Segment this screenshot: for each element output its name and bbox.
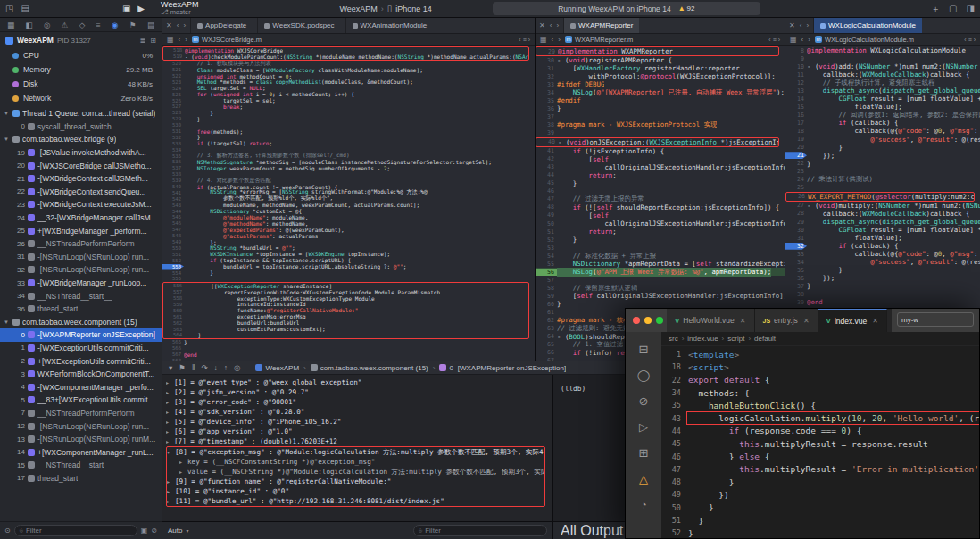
- warning-badge[interactable]: ▲ 92: [678, 4, 695, 12]
- code-editor[interactable]: 518@implementation WXJSCoreBridge519- (v…: [162, 46, 535, 361]
- line-number-gutter[interactable]: 60: [536, 301, 557, 308]
- line-number-gutter[interactable]: 33: [536, 81, 557, 88]
- line-number-gutter[interactable]: 541: [162, 190, 184, 195]
- explorer-icon[interactable]: ⊟: [639, 343, 649, 356]
- line-number-gutter[interactable]: 34: [785, 259, 807, 266]
- plus-icon[interactable]: ＋: [931, 4, 940, 13]
- line-number-gutter[interactable]: 22: [661, 376, 688, 385]
- line-number-gutter[interactable]: 9: [785, 55, 807, 62]
- find-navigator-icon[interactable]: ◎: [44, 21, 50, 29]
- line-number-gutter[interactable]: 49: [536, 211, 557, 219]
- line-number-gutter[interactable]: 23: [785, 168, 807, 175]
- breadcrumb-item[interactable]: script: [727, 335, 744, 343]
- queue-row[interactable]: ▼com.taobao.weex.component (15): [0, 316, 162, 329]
- disclosure-icon[interactable]: ▼: [4, 137, 10, 142]
- line-number-gutter[interactable]: 30: [536, 57, 557, 64]
- line-number-gutter[interactable]: 527: [162, 104, 184, 109]
- line-number-gutter[interactable]: 554: [162, 270, 184, 276]
- disclosure-icon[interactable]: ▸: [166, 379, 174, 386]
- stack-frame-row[interactable]: 19-[JSValue invokeMethod:withA...: [0, 146, 162, 160]
- jump-bar[interactable]: ▦‹›mWXAPMReporter.m‹ ≡ ›: [536, 34, 785, 46]
- close-split-icon[interactable]: ✕: [789, 21, 795, 29]
- jump-bar-file[interactable]: mWXLogicCalculationModule.m: [815, 36, 914, 44]
- back-icon[interactable]: ‹: [177, 21, 179, 29]
- variables-scope-selector[interactable]: Auto: [168, 527, 182, 535]
- stack-frame-row[interactable]: 20-[WXJSCoreBridge callJSMetho...: [0, 159, 162, 172]
- back-icon[interactable]: ‹: [179, 36, 181, 44]
- variable-row[interactable]: ▸[7] = @"timestamp" : (double)1.76203E+1…: [166, 436, 552, 446]
- line-number-gutter[interactable]: 548: [162, 233, 184, 238]
- disclosure-icon[interactable]: ▸: [167, 488, 175, 494]
- line-number-gutter[interactable]: 525: [162, 92, 184, 97]
- pause-icon[interactable]: ‖: [192, 363, 195, 372]
- breakpoints-toggle-icon[interactable]: ⚑: [179, 363, 186, 372]
- variable-row[interactable]: ▸[5] = @"device_info" : @"iPhone_iOS_16.…: [166, 417, 552, 427]
- filter-scope-icon[interactable]: ⊙: [4, 527, 11, 535]
- stack-frame-row[interactable]: 34__NSThread__start__: [0, 289, 162, 303]
- line-number-gutter[interactable]: 53: [536, 245, 557, 252]
- variables-view[interactable]: ▸[1] = @"event_type" : @"weex_global_exc…: [162, 375, 553, 521]
- line-number-gutter[interactable]: 547: [162, 227, 184, 232]
- jump-bar-file[interactable]: mWXJSCoreBridge.m: [192, 36, 262, 44]
- line-number-gutter[interactable]: 555: [162, 276, 184, 281]
- line-number-gutter[interactable]: 524: [162, 86, 184, 91]
- line-number-gutter[interactable]: 28: [785, 210, 807, 217]
- line-number-gutter[interactable]: 561: [163, 314, 185, 319]
- line-number-gutter[interactable]: 544: [162, 209, 184, 214]
- line-number-gutter[interactable]: 29: [785, 219, 807, 226]
- related-items-icon[interactable]: ▦: [167, 36, 174, 44]
- extensions-icon[interactable]: ⊞: [639, 446, 649, 460]
- queue-row[interactable]: ▼com.taobao.weex.bridge (9): [0, 133, 162, 146]
- line-number-gutter[interactable]: 21: [785, 152, 807, 159]
- forward-icon[interactable]: ›: [558, 36, 561, 44]
- line-number-gutter[interactable]: 13: [785, 87, 807, 95]
- line-number-gutter[interactable]: 45: [536, 179, 557, 187]
- stack-frame-row[interactable]: 36thread_start: [0, 303, 162, 316]
- line-number-gutter[interactable]: 63: [536, 325, 557, 332]
- line-number-gutter[interactable]: 545: [162, 214, 184, 220]
- gauge-row[interactable]: Disk48 KB/s: [0, 77, 162, 91]
- disclosure-icon[interactable]: ▸: [166, 419, 174, 425]
- close-tab-icon[interactable]: ✕: [872, 317, 878, 325]
- line-number-gutter[interactable]: 38: [536, 121, 557, 129]
- line-number-gutter[interactable]: 519: [163, 54, 185, 59]
- line-number-gutter[interactable]: 39: [785, 299, 807, 306]
- testing-icon[interactable]: △: [639, 472, 648, 485]
- stack-frame-row[interactable]: 4-[WXComponentManager _perfo...: [0, 380, 162, 394]
- line-number-gutter[interactable]: 65: [536, 341, 557, 348]
- line-number-gutter[interactable]: 14: [785, 95, 807, 103]
- thread-navigator-icon[interactable]: ≡: [96, 21, 101, 29]
- inspector-toggle-icon[interactable]: ◨: [967, 4, 975, 13]
- line-number-gutter[interactable]: 539: [162, 178, 184, 183]
- close-window-icon[interactable]: [633, 317, 640, 324]
- jump-bar[interactable]: ▦‹›mWXJSCoreBridge.m‹ ≡ ›: [162, 34, 535, 46]
- line-number-gutter[interactable]: 22: [785, 160, 807, 167]
- line-number-gutter[interactable]: 30: [785, 227, 807, 234]
- related-items-icon[interactable]: ▦: [790, 36, 797, 44]
- close-tab-icon[interactable]: ✕: [740, 317, 746, 325]
- line-number-gutter[interactable]: 36: [536, 105, 557, 112]
- forward-icon[interactable]: ›: [183, 21, 186, 29]
- step-out-icon[interactable]: ↑: [224, 363, 228, 372]
- apple-menu-icon[interactable]: ◳: [5, 4, 13, 13]
- process-row[interactable]: WeexAPM PID 31327 ≣ ⊞: [0, 32, 162, 48]
- variable-row[interactable]: ▸key = (__NSCFConstantString *)@"excepti…: [167, 457, 544, 467]
- line-number-gutter[interactable]: 550: [162, 245, 184, 251]
- editor-tab[interactable]: WXAnimationModule: [345, 18, 434, 33]
- gauge-row[interactable]: NetworkZero KB/s: [0, 91, 162, 105]
- stack-frame-row[interactable]: 0syscall_thread_switch: [0, 120, 162, 134]
- disclosure-icon[interactable]: ▸: [167, 498, 175, 504]
- back-icon[interactable]: ‹: [800, 21, 802, 29]
- line-number-gutter[interactable]: 560: [163, 308, 185, 313]
- line-number-gutter[interactable]: 40: [536, 138, 558, 145]
- line-number-gutter[interactable]: 49: [661, 490, 688, 499]
- line-number-gutter[interactable]: 558: [163, 295, 185, 301]
- line-number-gutter[interactable]: 16: [785, 112, 807, 119]
- line-number-gutter[interactable]: 520: [162, 61, 184, 66]
- disclosure-icon[interactable]: ▸: [166, 399, 174, 405]
- line-number-gutter[interactable]: 538: [162, 171, 184, 177]
- vscode-tab[interactable]: VHelloWorld.vue✕: [667, 309, 755, 332]
- line-number-gutter[interactable]: 48: [536, 203, 557, 211]
- line-number-gutter[interactable]: 522: [162, 73, 184, 79]
- close-tab-icon[interactable]: ✕: [803, 317, 810, 325]
